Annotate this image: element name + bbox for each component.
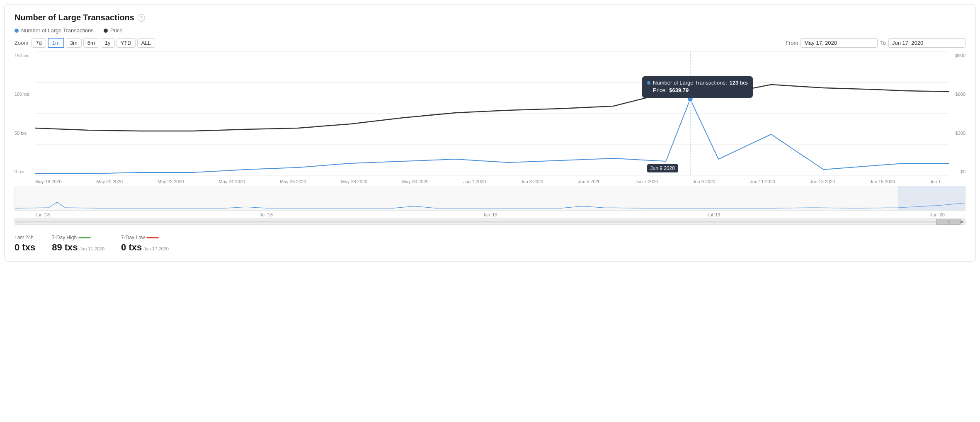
legend-item-price: Price [104,27,123,34]
legend: Number of Large Transactions Price [15,27,965,34]
zoom-controls: Zoom 7d 1m 3m 6m 1y YTD ALL [15,38,155,48]
low-line-indicator [146,237,159,238]
x-label-16: Jun 1... [930,179,945,184]
stat-7day-high-value: 89 txsJun 11 2020 [52,242,104,253]
scroll-thumb[interactable]: ⠿ [936,219,961,225]
mini-label-jul18: Jul '18 [260,212,273,217]
scroll-track [15,221,965,223]
zoom-7d[interactable]: 7d [32,38,46,48]
zoom-6m[interactable]: 6m [83,38,99,48]
zoom-3m[interactable]: 3m [66,38,82,48]
mini-label-jul19: Jul '19 [707,212,720,217]
main-chart-svg [35,51,949,176]
zoom-ytd[interactable]: YTD [116,38,136,48]
txs-hover-dot [687,96,693,102]
chart-area: 150 txs 100 txs 50 txs 0 txs $900 $600 $… [15,51,965,176]
txs-line [35,99,949,174]
x-label-12: Jun 9 2020 [693,179,715,184]
price-line [35,82,949,131]
legend-label-price: Price [110,27,123,34]
legend-item-txs: Number of Large Transactions [15,27,94,34]
y-axis-left: 150 txs 100 txs 50 txs 0 txs [15,51,35,176]
tooltip-date: Jun 9 2020 [647,164,678,172]
mini-chart-labels: Jan '18 Jul '18 Jan '19 Jul '19 Jan '20 [15,212,965,217]
mini-label-jan18: Jan '18 [35,212,50,217]
stat-7day-low: 7-Day Low 0 txsJun 17 2020 [121,235,169,253]
y-left-100: 100 txs [15,92,35,97]
mini-chart-line [15,202,965,209]
x-label-2: May 20 2020 [97,179,123,184]
stat-7day-high: 7-Day High 89 txsJun 11 2020 [52,235,104,253]
mini-label-jan19: Jan '19 [483,212,497,217]
widget-title: Number of Large Transactions [15,13,134,22]
stat-last24h: Last 24h 0 txs [15,235,35,253]
mini-chart-selection [898,186,965,210]
mini-chart[interactable] [15,186,965,211]
controls-row: Zoom 7d 1m 3m 6m 1y YTD ALL From To [15,38,965,48]
y-right-600: $600 [949,92,965,97]
stat-7day-low-value: 0 txsJun 17 2020 [121,242,169,253]
stat-last24h-label: Last 24h [15,235,35,240]
y-right-300: $300 [949,131,965,136]
from-date-input[interactable] [800,38,878,48]
y-left-0: 0 txs [15,169,35,174]
x-axis: May 18 2020 May 20 2020 May 22 2020 May … [15,177,965,184]
x-label-13: Jun 11 2020 [750,179,775,184]
x-label-5: May 26 2020 [280,179,306,184]
legend-label-txs: Number of Large Transactions [21,27,94,34]
x-label-11: Jun 7 2020 [636,179,658,184]
zoom-1m[interactable]: 1m [48,38,64,48]
x-label-15: Jun 15 2020 [870,179,895,184]
stats-row: Last 24h 0 txs 7-Day High 89 txsJun 11 2… [15,231,965,253]
date-range: From To [786,38,965,48]
mini-label-jan20: Jan '20 [930,212,945,217]
mini-chart-svg [15,186,965,210]
x-label-1: May 18 2020 [35,179,62,184]
widget-container: Number of Large Transactions ? Number of… [4,4,976,262]
stat-7day-low-date: Jun 17 2020 [143,246,169,251]
y-left-50: 50 txs [15,131,35,136]
stat-7day-low-label: 7-Day Low [121,235,169,240]
zoom-1y[interactable]: 1y [101,38,115,48]
widget-header: Number of Large Transactions ? [15,13,965,22]
help-icon[interactable]: ? [138,14,145,22]
to-date-input[interactable] [888,38,965,48]
y-right-0: $0 [949,169,965,174]
x-label-7: May 30 2020 [402,179,429,184]
price-hover-dot [696,80,701,85]
x-label-6: May 28 2020 [341,179,368,184]
stat-last24h-value: 0 txs [15,242,35,253]
stat-7day-high-label: 7-Day High [52,235,104,240]
x-label-10: Jun 5 2020 [578,179,600,184]
x-label-14: Jun 13 2020 [810,179,835,184]
zoom-label: Zoom [15,40,28,46]
x-label-8: Jun 1 2020 [463,179,486,184]
zoom-all[interactable]: ALL [137,38,155,48]
to-label: To [880,40,886,46]
y-left-150: 150 txs [15,53,35,58]
y-axis-right: $900 $600 $300 $0 [949,51,965,176]
x-label-3: May 22 2020 [158,179,184,184]
scroll-right-button[interactable]: ▶ [959,218,965,224]
stat-7day-high-date: Jun 11 2020 [80,246,105,251]
x-label-4: May 24 2020 [219,179,245,184]
y-right-900: $900 [949,53,965,58]
high-line-indicator [78,237,91,238]
scroll-bar[interactable]: ◀ ⠿ ▶ [15,218,965,225]
from-label: From [786,40,798,46]
legend-dot-price [104,29,108,33]
legend-dot-txs [15,29,19,33]
x-label-9: Jun 3 2020 [521,179,543,184]
